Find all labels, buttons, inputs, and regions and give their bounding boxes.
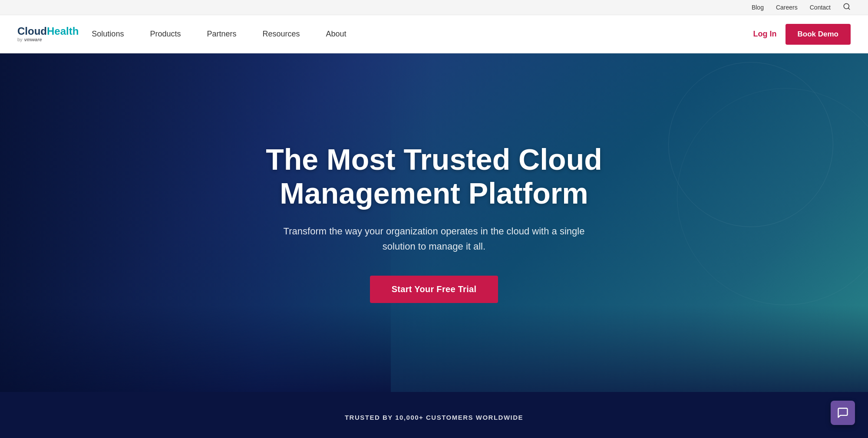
hero-title: The Most Trusted Cloud Management Platfo… — [266, 142, 602, 210]
contact-link[interactable]: Contact — [810, 4, 831, 11]
utility-bar: Blog Careers Contact — [0, 0, 868, 15]
svg-line-1 — [848, 8, 849, 9]
blog-link[interactable]: Blog — [752, 4, 764, 11]
nav-solutions[interactable]: Solutions — [79, 15, 137, 53]
login-button[interactable]: Log In — [753, 30, 777, 39]
book-demo-button[interactable]: Book Demo — [785, 24, 851, 45]
nav-partners[interactable]: Partners — [194, 15, 249, 53]
logo-by-label: by — [17, 37, 23, 42]
nav-about[interactable]: About — [313, 15, 360, 53]
nav-actions: Log In Book Demo — [753, 24, 851, 45]
nav-products[interactable]: Products — [137, 15, 194, 53]
hero-content: The Most Trusted Cloud Management Platfo… — [248, 142, 619, 303]
nav-resources[interactable]: Resources — [249, 15, 313, 53]
logo-vmware-text: vmware — [24, 37, 42, 42]
logo-health-text: Health — [47, 26, 79, 36]
main-nav: CloudHealth by vmware Solutions Products… — [0, 15, 868, 53]
careers-link[interactable]: Careers — [776, 4, 798, 11]
hero-subtitle: Transform the way your organization oper… — [269, 224, 599, 254]
chat-button[interactable] — [831, 401, 855, 425]
chat-icon — [837, 407, 849, 419]
logo[interactable]: CloudHealth by vmware — [17, 26, 79, 42]
nav-links: Solutions Products Partners Resources Ab… — [79, 15, 753, 53]
free-trial-button[interactable]: Start Your Free Trial — [370, 276, 498, 303]
hero-section: The Most Trusted Cloud Management Platfo… — [0, 53, 868, 392]
customers-tagline: TRUSTED BY 10,000+ CUSTOMERS WORLDWIDE — [35, 414, 833, 421]
customers-section: TRUSTED BY 10,000+ CUSTOMERS WORLDWIDE D… — [0, 392, 868, 438]
logo-cloud-text: Cloud — [17, 26, 47, 36]
search-icon[interactable] — [843, 3, 851, 12]
